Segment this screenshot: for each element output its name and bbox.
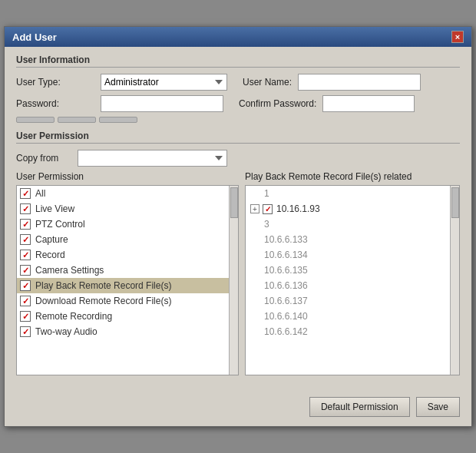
remote-file-item[interactable]: 10.6.6.133 <box>246 232 459 247</box>
permission-checkbox[interactable] <box>20 250 31 260</box>
list-item[interactable]: Download Remote Record File(s) <box>17 293 238 309</box>
user-type-row: User Type: Administrator Operator User U… <box>16 74 460 91</box>
remote-file-label: 1 <box>264 188 269 199</box>
permission-checkbox[interactable] <box>20 296 31 306</box>
remote-file-item[interactable]: +10.16.1.93 <box>246 201 459 217</box>
remote-files-list-box: 1+10.16.1.93310.6.6.13310.6.6.13410.6.6.… <box>245 185 460 375</box>
permission-item-label: All <box>35 188 45 199</box>
list-item[interactable]: Two-way Audio <box>17 324 238 339</box>
left-permission-panel: User Permission AllLive ViewPTZ ControlC… <box>16 171 239 375</box>
dialog-footer: Default Permission Save <box>5 391 471 426</box>
user-info-section-title: User Information <box>16 55 460 68</box>
list-item[interactable]: Capture <box>17 232 238 247</box>
permission-checkbox[interactable] <box>20 234 31 245</box>
permission-checkbox[interactable] <box>20 203 31 214</box>
remote-file-label: 10.6.6.134 <box>264 250 308 260</box>
remote-file-label: 10.6.6.133 <box>264 234 308 245</box>
user-permission-section-title: User Permission <box>16 131 460 144</box>
permission-panels: User Permission AllLive ViewPTZ ControlC… <box>16 171 460 375</box>
copy-from-select[interactable] <box>78 150 227 167</box>
permission-item-label: Two-way Audio <box>35 326 98 337</box>
permission-checkbox[interactable] <box>20 311 31 322</box>
list-item[interactable]: Live View <box>17 201 238 217</box>
title-bar: Add User × <box>5 27 471 47</box>
remote-file-label: 10.6.6.137 <box>264 296 308 306</box>
remote-file-label: 10.16.1.93 <box>276 203 320 214</box>
list-item[interactable]: All <box>17 186 238 201</box>
user-type-label: User Type: <box>16 77 101 88</box>
user-name-group: User Name: <box>243 74 421 91</box>
dialog-title: Add User <box>12 31 57 43</box>
remote-files-list-inner: 1+10.16.1.93310.6.6.13310.6.6.13410.6.6.… <box>246 186 459 375</box>
confirm-password-label: Confirm Password: <box>239 98 316 109</box>
permission-item-label: Play Back Remote Record File(s) <box>35 280 171 291</box>
user-information-section: User Information User Type: Administrato… <box>16 55 460 123</box>
user-name-label: User Name: <box>243 77 292 88</box>
permission-item-label: Download Remote Record File(s) <box>35 296 171 306</box>
remote-file-item[interactable]: 10.6.6.137 <box>246 293 459 309</box>
password-input[interactable] <box>101 95 223 112</box>
scrollbar-thumb-2 <box>58 117 96 123</box>
permission-item-label: Camera Settings <box>35 265 104 276</box>
remote-file-item[interactable]: 10.6.6.135 <box>246 263 459 278</box>
permission-item-label: Remote Recording <box>35 311 112 322</box>
remote-file-item[interactable]: 3 <box>246 217 459 232</box>
scrollbar-hint <box>16 117 460 123</box>
list-item[interactable]: Camera Settings <box>17 263 238 278</box>
permission-checkbox[interactable] <box>20 219 31 230</box>
save-button[interactable]: Save <box>416 397 460 417</box>
user-permission-section: User Permission Copy from User Permissio… <box>16 131 460 375</box>
password-label: Password: <box>16 98 101 109</box>
permission-list-label: User Permission <box>16 171 239 182</box>
remote-file-item[interactable]: 10.6.6.142 <box>246 324 459 339</box>
permission-checkbox[interactable] <box>20 326 31 337</box>
permission-list-scrollbar[interactable] <box>229 186 238 375</box>
remote-file-item[interactable]: 1 <box>246 186 459 201</box>
copy-from-label: Copy from <box>16 153 78 164</box>
close-button[interactable]: × <box>451 31 464 43</box>
remote-file-item[interactable]: 10.6.6.140 <box>246 309 459 324</box>
permission-item-label: Capture <box>35 234 68 245</box>
remote-file-label: 10.6.6.136 <box>264 280 308 291</box>
remote-file-item[interactable]: 10.6.6.136 <box>246 278 459 293</box>
user-type-select[interactable]: Administrator Operator User <box>101 74 227 91</box>
list-item[interactable]: Record <box>17 247 238 263</box>
permission-list-box: AllLive ViewPTZ ControlCaptureRecordCame… <box>16 185 239 375</box>
remote-file-label: 10.6.6.140 <box>264 311 308 322</box>
permission-item-label: Live View <box>35 203 74 214</box>
confirm-password-input[interactable] <box>322 95 415 112</box>
list-item[interactable]: Remote Recording <box>17 309 238 324</box>
remote-file-item[interactable]: 10.6.6.134 <box>246 247 459 263</box>
default-permission-button[interactable]: Default Permission <box>309 397 410 417</box>
right-permission-panel: Play Back Remote Record File(s) related … <box>245 171 460 375</box>
permission-list-inner: AllLive ViewPTZ ControlCaptureRecordCame… <box>17 186 238 375</box>
list-item[interactable]: PTZ Control <box>17 217 238 232</box>
remote-file-label: 10.6.6.142 <box>264 326 308 337</box>
expand-button[interactable]: + <box>250 204 259 213</box>
permission-item-label: Record <box>35 250 65 260</box>
remote-record-label: Play Back Remote Record File(s) related <box>245 171 460 182</box>
password-row: Password: Confirm Password: <box>16 95 460 112</box>
permission-checkbox[interactable] <box>20 280 31 291</box>
permission-item-label: PTZ Control <box>35 219 85 230</box>
remote-files-scrollbar-thumb <box>451 187 459 218</box>
copy-from-row: Copy from <box>16 150 460 167</box>
confirm-password-group: Confirm Password: <box>239 95 415 112</box>
remote-file-label: 10.6.6.135 <box>264 265 308 276</box>
add-user-dialog: Add User × User Information User Type: A… <box>4 26 472 427</box>
user-name-input[interactable] <box>298 74 421 91</box>
scrollbar-thumb-1 <box>16 117 55 123</box>
remote-file-label: 3 <box>264 219 269 230</box>
permission-scrollbar-thumb <box>230 187 238 218</box>
list-item[interactable]: Play Back Remote Record File(s) <box>17 278 238 293</box>
scrollbar-thumb-3 <box>99 117 137 123</box>
permission-checkbox[interactable] <box>20 188 31 199</box>
remote-file-checkbox[interactable] <box>263 204 273 214</box>
remote-files-scrollbar[interactable] <box>450 186 459 375</box>
permission-checkbox[interactable] <box>20 265 31 276</box>
